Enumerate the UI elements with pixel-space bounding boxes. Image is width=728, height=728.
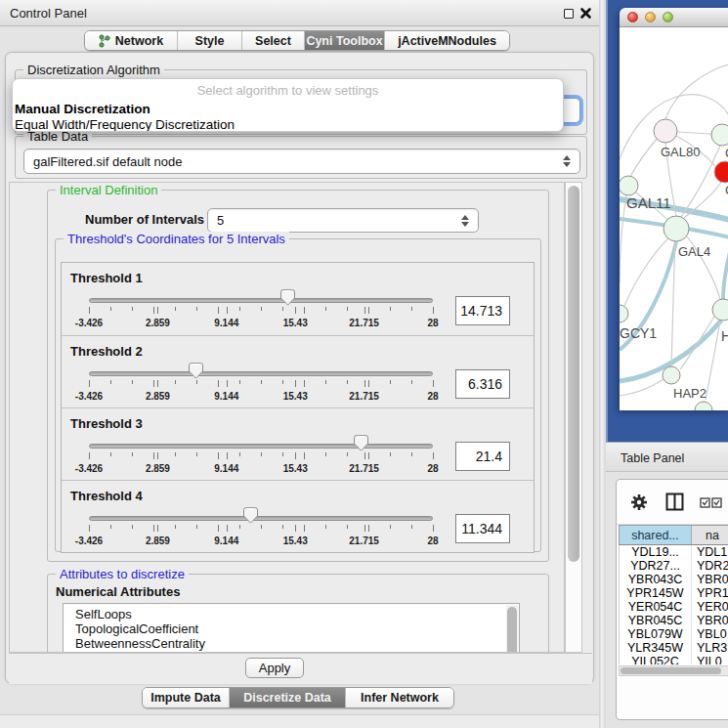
tab-infer-network[interactable]: Infer Network <box>345 688 453 707</box>
network-node[interactable] <box>654 119 677 143</box>
table-panel-title: Table Panel <box>621 451 684 465</box>
slider-tick <box>304 307 305 314</box>
table-cell-shared-name: YPR145W <box>620 586 692 600</box>
threshold-value-field[interactable]: 6.316 <box>455 369 510 399</box>
tab-select[interactable]: Select <box>241 31 304 50</box>
slider-track[interactable] <box>89 298 433 303</box>
table-row[interactable]: YDL19...YDL1 <box>620 545 728 559</box>
network-node-label: GCY1 <box>620 325 657 341</box>
table-cell-shared-name: YIL052C <box>620 655 692 664</box>
tab-label: Impute Data <box>150 691 221 705</box>
table-cell-name: YPR1 <box>692 586 728 600</box>
panel-scrollbar[interactable] <box>565 182 582 653</box>
attribute-list-item[interactable]: BetweennessCentrality <box>64 636 519 651</box>
slider-tick <box>110 525 111 529</box>
slider-tick-label: 28 <box>427 535 438 546</box>
table-row[interactable]: YER054CYER0 <box>620 600 728 614</box>
table-row[interactable]: YBR045CYBR0 <box>620 614 728 627</box>
network-node[interactable] <box>711 124 728 146</box>
network-canvas[interactable]: GAL80 GA C GAL11 GAL4 GCY1 H HAP2 <box>620 27 728 410</box>
slider-thumb[interactable] <box>243 507 258 524</box>
threshold-value-field[interactable]: 21.4 <box>455 442 510 471</box>
tab-label: Network <box>115 34 163 48</box>
table-row[interactable]: YBR043CYBR0 <box>620 573 728 586</box>
slider-major-tick <box>364 380 365 387</box>
table-panel-header: Table Panel <box>606 442 728 472</box>
thresholds-group-title: Threshold's Coordinates for 5 Intervals <box>64 232 289 246</box>
threshold-slider[interactable]: -3.4262.8599.14415.4321.71528 <box>85 506 437 551</box>
tab-impute-data[interactable]: Impute Data <box>143 688 229 707</box>
network-node[interactable] <box>620 305 628 322</box>
slider-tick <box>411 525 412 529</box>
slider-tick <box>153 452 154 459</box>
slider-tick-label: -3.426 <box>75 318 103 328</box>
table-row[interactable]: YIL052CYIL0 <box>620 655 728 664</box>
slider-track[interactable] <box>89 371 433 376</box>
close-traffic-light-icon[interactable] <box>627 12 638 22</box>
algorithm-option[interactable]: Manual Discretization <box>13 102 563 117</box>
slider-tick <box>196 452 197 456</box>
slider-tick <box>282 452 283 456</box>
slider-tick <box>153 525 154 532</box>
tab-discretize-data[interactable]: Discretize Data <box>229 688 345 707</box>
column-header-shared[interactable]: shared... <box>620 526 692 544</box>
table-row[interactable]: YLR345WYLR3 <box>620 641 728 655</box>
numerical-attributes-list[interactable]: SelfLoopsTopologicalCoefficientBetweenne… <box>63 603 520 653</box>
minimize-traffic-light-icon[interactable] <box>645 12 656 22</box>
list-scrollbar-thumb[interactable] <box>507 607 517 653</box>
screen: Control Panel NetworkStyleSelectCyni Too… <box>0 0 728 728</box>
threshold-slider[interactable]: -3.4262.8599.14415.4321.71528 <box>85 288 437 333</box>
threshold-value-field[interactable]: 11.344 <box>455 514 510 543</box>
table-hscrollbar[interactable] <box>619 665 728 676</box>
slider-thumb[interactable] <box>189 363 203 379</box>
network-node[interactable] <box>695 402 712 410</box>
panel-splitter[interactable] <box>599 0 606 728</box>
table-cell-shared-name: YBR045C <box>620 614 692 627</box>
combo-arrows-icon <box>461 215 469 227</box>
threshold-slider[interactable]: -3.4262.8599.14415.4321.71528 <box>85 434 437 479</box>
network-node-selected[interactable] <box>714 161 728 183</box>
slider-track[interactable] <box>89 444 433 449</box>
number-of-intervals-combobox[interactable]: 5 <box>207 208 479 233</box>
slider-thumb[interactable] <box>280 289 295 306</box>
attribute-list-item[interactable]: TopologicalCoefficient <box>64 621 519 636</box>
column-header-name[interactable]: na <box>692 526 728 544</box>
apply-button[interactable]: Apply <box>245 658 304 678</box>
table-row[interactable]: YPR145WYPR1 <box>620 586 728 600</box>
table-row[interactable]: YBL079WYBL0 <box>620 627 728 641</box>
panel-title: Control Panel <box>10 6 87 21</box>
slider-major-tick <box>89 525 90 532</box>
float-window-icon[interactable] <box>564 9 574 19</box>
slider-track[interactable] <box>89 516 433 521</box>
tab-network[interactable]: Network <box>85 31 177 50</box>
gear-icon[interactable] <box>630 493 648 511</box>
table-data-value: galFiltered.sif default node <box>33 154 182 169</box>
slider-thumb[interactable] <box>354 435 368 451</box>
tab-style[interactable]: Style <box>177 31 241 50</box>
slider-tick <box>368 452 369 459</box>
algorithm-option[interactable]: Equal Width/Frequency Discretization <box>13 117 563 132</box>
tab-jactivemnodules[interactable]: jActiveMNodules <box>384 31 509 50</box>
close-icon[interactable] <box>579 7 592 20</box>
algorithm-dropdown-popup: Select algorithm to view settings Manual… <box>12 78 564 132</box>
threshold-slider[interactable]: -3.4262.8599.14415.4321.71528 <box>85 362 437 407</box>
select-columns-checkboxes-icon[interactable] <box>700 497 723 508</box>
list-scrollbar[interactable] <box>506 605 518 653</box>
slider-tick-label: 28 <box>427 463 438 474</box>
table-cell-shared-name: YLR345W <box>620 641 692 655</box>
zoom-traffic-light-icon[interactable] <box>663 12 673 22</box>
slider-tick <box>390 452 391 456</box>
attribute-list-item[interactable]: SelfLoops <box>64 607 519 621</box>
network-node[interactable] <box>664 216 689 241</box>
table-row[interactable]: YDR27...YDR2 <box>620 559 728 573</box>
panel-scrollbar-thumb[interactable] <box>568 186 579 562</box>
network-node[interactable] <box>620 176 638 195</box>
network-node[interactable] <box>712 299 728 321</box>
network-node[interactable] <box>663 366 680 384</box>
table-data-combobox[interactable]: galFiltered.sif default node <box>23 149 580 174</box>
table-hscrollbar-thumb[interactable] <box>621 667 721 674</box>
threshold-value-field[interactable]: 14.713 <box>455 296 510 325</box>
tab-cyni-toolbox[interactable]: Cyni Toolbox <box>304 31 384 50</box>
slider-major-tick <box>295 452 296 459</box>
split-columns-icon[interactable] <box>665 492 684 511</box>
